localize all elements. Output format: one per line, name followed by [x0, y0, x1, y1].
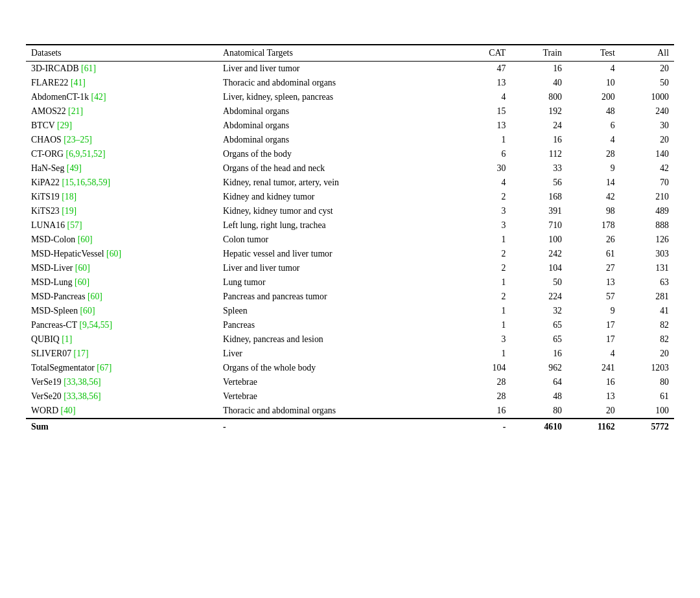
cell-cat: 4 [459, 176, 511, 190]
table-row: KiTS23 [19]Kidney, kidney tumor and cyst… [26, 204, 674, 218]
cell-target: Liver [218, 347, 459, 361]
cell-target: Thoracic and abdominal organs [218, 404, 459, 419]
cell-test: 48 [567, 104, 620, 119]
cell-all: 42 [620, 161, 674, 176]
sum-label: Sum [26, 419, 218, 435]
cell-all: 489 [620, 204, 674, 218]
cell-test: 9 [567, 161, 620, 176]
cell-all: 20 [620, 133, 674, 147]
cell-target: Liver, kidney, spleen, pancreas [218, 90, 459, 104]
cell-cat: 1 [459, 318, 511, 332]
cell-train: 962 [511, 361, 567, 375]
cell-dataset: KiTS23 [19] [26, 204, 218, 218]
col-header-cat: CAT [459, 45, 511, 62]
cell-all: 20 [620, 62, 674, 76]
cell-test: 4 [567, 62, 620, 76]
cell-test: 57 [567, 290, 620, 304]
cell-all: 1203 [620, 361, 674, 375]
cell-target: Kidney, renal tumor, artery, vein [218, 176, 459, 190]
cell-all: 210 [620, 190, 674, 204]
table-row: HaN-Seg [49]Organs of the head and neck3… [26, 161, 674, 176]
cell-all: 30 [620, 119, 674, 133]
cell-cat: 28 [459, 389, 511, 404]
cell-cat: 47 [459, 62, 511, 76]
cell-dataset: VerSe20 [33,38,56] [26, 389, 218, 404]
sum-cat: - [459, 419, 511, 435]
table-row: MSD-Spleen [60]Spleen132941 [26, 304, 674, 318]
cell-test: 13 [567, 275, 620, 290]
cell-train: 16 [511, 62, 567, 76]
cell-train: 80 [511, 404, 567, 419]
cell-dataset: KiTS19 [18] [26, 190, 218, 204]
cell-train: 391 [511, 204, 567, 218]
cell-cat: 1 [459, 275, 511, 290]
cell-train: 104 [511, 261, 567, 275]
cell-cat: 1 [459, 347, 511, 361]
cell-all: 140 [620, 147, 674, 161]
cell-train: 168 [511, 190, 567, 204]
cell-train: 800 [511, 90, 567, 104]
cell-all: 281 [620, 290, 674, 304]
cell-train: 16 [511, 133, 567, 147]
cell-cat: 15 [459, 104, 511, 119]
cell-all: 70 [620, 176, 674, 190]
cell-target: Organs of the head and neck [218, 161, 459, 176]
caption [26, 19, 674, 32]
col-header-train: Train [511, 45, 567, 62]
cell-test: 42 [567, 190, 620, 204]
cell-all: 80 [620, 375, 674, 389]
cell-train: 50 [511, 275, 567, 290]
cell-cat: 30 [459, 161, 511, 176]
cell-target: Colon tumor [218, 233, 459, 247]
cell-all: 61 [620, 389, 674, 404]
cell-target: Abdominal organs [218, 133, 459, 147]
cell-dataset: SLIVER07 [17] [26, 347, 218, 361]
cell-dataset: VerSe19 [33,38,56] [26, 375, 218, 389]
cell-dataset: MSD-Colon [60] [26, 233, 218, 247]
cell-train: 112 [511, 147, 567, 161]
cell-train: 224 [511, 290, 567, 304]
cell-test: 9 [567, 304, 620, 318]
cell-target: Pancreas and pancreas tumor [218, 290, 459, 304]
cell-all: 126 [620, 233, 674, 247]
cell-target: Liver and liver tumor [218, 62, 459, 76]
cell-target: Organs of the whole body [218, 361, 459, 375]
cell-cat: 3 [459, 332, 511, 347]
cell-all: 41 [620, 304, 674, 318]
cell-dataset: FLARE22 [41] [26, 76, 218, 90]
cell-test: 200 [567, 90, 620, 104]
cell-train: 710 [511, 218, 567, 233]
cell-all: 888 [620, 218, 674, 233]
cell-dataset: TotalSegmentator [67] [26, 361, 218, 375]
col-header-test: Test [567, 45, 620, 62]
cell-target: Pancreas [218, 318, 459, 332]
cell-dataset: LUNA16 [57] [26, 218, 218, 233]
main-table: Datasets Anatomical Targets CAT Train Te… [26, 44, 674, 435]
cell-cat: 1 [459, 304, 511, 318]
cell-test: 10 [567, 76, 620, 90]
col-header-all: All [620, 45, 674, 62]
table-row: 3D-IRCADB [61]Liver and liver tumor47164… [26, 62, 674, 76]
table-row: Pancreas-CT [9,54,55]Pancreas1651782 [26, 318, 674, 332]
cell-test: 13 [567, 389, 620, 404]
table-row: AMOS22 [21]Abdominal organs1519248240 [26, 104, 674, 119]
cell-target: Kidney, kidney tumor and cyst [218, 204, 459, 218]
cell-cat: 13 [459, 76, 511, 90]
cell-all: 82 [620, 318, 674, 332]
cell-all: 240 [620, 104, 674, 119]
table-row: MSD-Liver [60]Liver and liver tumor21042… [26, 261, 674, 275]
cell-target: Hepatic vessel and liver tumor [218, 247, 459, 261]
cell-cat: 3 [459, 218, 511, 233]
table-row: BTCV [29]Abdominal organs1324630 [26, 119, 674, 133]
sum-target: - [218, 419, 459, 435]
cell-target: Spleen [218, 304, 459, 318]
cell-dataset: HaN-Seg [49] [26, 161, 218, 176]
cell-test: 241 [567, 361, 620, 375]
cell-test: 178 [567, 218, 620, 233]
cell-test: 14 [567, 176, 620, 190]
cell-all: 50 [620, 76, 674, 90]
cell-target: Kidney and kidney tumor [218, 190, 459, 204]
cell-train: 40 [511, 76, 567, 90]
cell-test: 17 [567, 318, 620, 332]
cell-test: 98 [567, 204, 620, 218]
